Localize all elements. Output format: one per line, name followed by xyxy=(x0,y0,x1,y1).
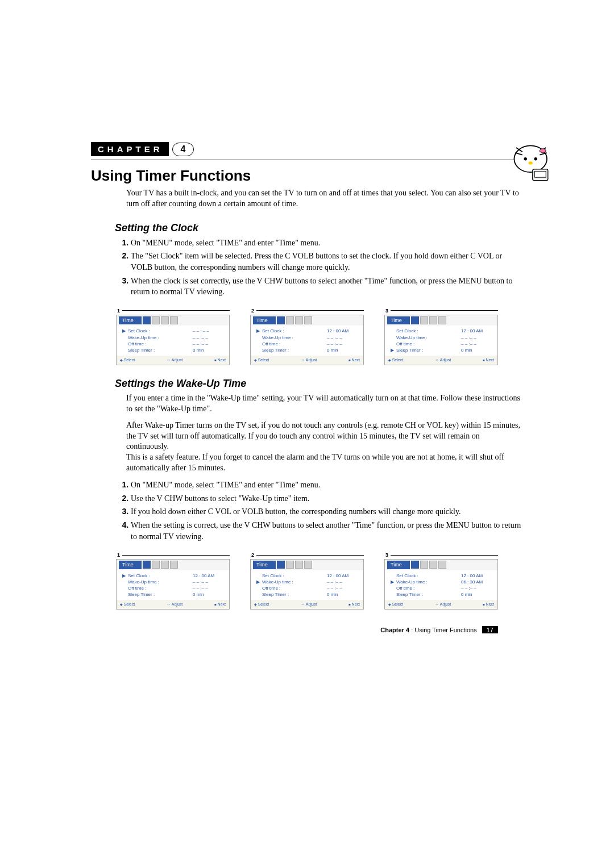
osd-hint: Next xyxy=(214,357,226,363)
section-heading-clock: Setting the Clock xyxy=(115,222,523,234)
osd-hint: Next xyxy=(349,357,360,363)
tab-icon xyxy=(420,561,428,569)
osd-hint: Adjust xyxy=(301,357,317,363)
step: On "MENU" mode, select "TIME" and enter … xyxy=(131,479,523,491)
svg-point-1 xyxy=(524,157,527,160)
step: When the clock is set correctly, use the… xyxy=(131,276,523,298)
section-heading-wake: Settings the Wake-Up Time xyxy=(115,378,523,390)
footer-chapter: Chapter 4 xyxy=(380,627,409,633)
clock-icon xyxy=(411,561,419,569)
svg-rect-6 xyxy=(534,171,546,177)
osd-hint: Select xyxy=(388,357,403,363)
page-footer: Chapter 4 : Using Timer Functions 17 xyxy=(91,627,498,633)
osd-hint: Adjust xyxy=(435,602,451,607)
osd-header: Time xyxy=(385,560,497,570)
osd-panel: 3 Time Set Clock :12 : 00 AM ▶Wake-Up ti… xyxy=(384,552,498,610)
intro-text: Your TV has a built in-clock, and you ca… xyxy=(126,188,523,210)
tab-icon xyxy=(304,561,312,569)
osd-header: Time xyxy=(251,315,363,326)
tab-icon xyxy=(170,561,178,569)
osd-hint: Select xyxy=(254,602,269,607)
wake-p1: If you enter a time in the "Wake-Up time… xyxy=(126,393,523,415)
osd-hint: Select xyxy=(388,602,403,607)
clock-icon xyxy=(277,561,285,569)
tab-icon xyxy=(438,561,446,569)
osd-body: ▶Set Clock :– – : – – Wake-Up time :– – … xyxy=(117,326,229,356)
osd-hint: Adjust xyxy=(167,357,182,363)
osd-hint: Select xyxy=(254,357,269,363)
osd-footer: Select Adjust Next xyxy=(385,600,497,609)
tab-icon xyxy=(420,316,428,324)
tab-icon xyxy=(152,561,160,569)
step: On "MENU" mode, select "TIME" and enter … xyxy=(131,237,523,249)
osd-hint: Adjust xyxy=(435,357,451,363)
osd-hint: Select xyxy=(120,602,135,607)
tab-icon xyxy=(170,316,178,324)
osd-header: Time xyxy=(117,315,229,326)
svg-point-3 xyxy=(529,161,533,164)
steps-wake: On "MENU" mode, select "TIME" and enter … xyxy=(114,479,523,542)
svg-point-4 xyxy=(540,149,546,153)
tab-icon xyxy=(304,316,312,324)
osd-hint: Next xyxy=(349,602,360,607)
footer-title: : Using Timer Functions xyxy=(411,627,477,633)
osd-footer: Select Adjust Next xyxy=(117,356,229,365)
step: The "Set Clock" item will be selected. P… xyxy=(131,251,523,273)
tab-icon xyxy=(429,561,437,569)
tab-icon xyxy=(161,316,169,324)
clock-icon xyxy=(411,316,419,324)
page-number: 17 xyxy=(482,626,498,633)
tab-icon xyxy=(152,316,160,324)
osd-body: ▶Set Clock :12 : 00 AM Wake-Up time :– –… xyxy=(117,570,229,600)
osd-row-wake: 1 Time ▶Set Clock :12 : 00 AM Wake-Up ti… xyxy=(116,552,498,610)
tab-icon xyxy=(286,316,294,324)
osd-header: Time xyxy=(251,560,363,570)
osd-panel: 1 Time ▶Set Clock :– – : – – Wake-Up tim… xyxy=(116,308,230,365)
chapter-label: CHAPTER xyxy=(91,142,169,156)
osd-header: Time xyxy=(385,315,497,326)
osd-row-clock: 1 Time ▶Set Clock :– – : – – Wake-Up tim… xyxy=(116,308,498,365)
osd-hint: Next xyxy=(483,357,494,363)
page-title: Using Timer Functions xyxy=(91,167,523,185)
divider xyxy=(91,160,523,160)
osd-panel: 2 Time ▶Set Clock :12 : 00 AM Wake-Up ti… xyxy=(250,308,364,365)
osd-footer: Select Adjust Next xyxy=(251,356,363,365)
osd-body: Set Clock :12 : 00 AM ▶Wake-Up time :– –… xyxy=(251,570,363,600)
tab-icon xyxy=(161,561,169,569)
steps-clock: On "MENU" mode, select "TIME" and enter … xyxy=(114,237,523,298)
osd-hint: Next xyxy=(483,602,494,607)
manual-page: CHAPTER 4 Using Timer Functions Your TV … xyxy=(91,142,523,633)
wake-p3: This is a safety feature. If you forget … xyxy=(126,452,523,474)
osd-panel: 3 Time Set Clock :12 : 00 AM Wake-Up tim… xyxy=(384,308,498,365)
clock-icon xyxy=(143,561,151,569)
tab-icon xyxy=(429,316,437,324)
osd-title: Time xyxy=(387,561,410,569)
osd-body: ▶Set Clock :12 : 00 AM Wake-Up time :– –… xyxy=(251,326,363,356)
svg-point-2 xyxy=(534,157,537,160)
osd-title: Time xyxy=(387,316,410,325)
osd-body: Set Clock :12 : 00 AM Wake-Up time :– – … xyxy=(385,326,497,356)
osd-title: Time xyxy=(253,561,276,569)
osd-title: Time xyxy=(119,561,142,569)
tab-icon xyxy=(286,561,294,569)
step: Use the V CHW buttons to select "Wake-Up… xyxy=(131,493,523,504)
wake-p2: After Wake-up Timer turns on the TV set,… xyxy=(126,420,523,453)
osd-title: Time xyxy=(119,316,142,325)
tab-icon xyxy=(438,316,446,324)
chapter-badge: CHAPTER 4 xyxy=(91,142,523,156)
osd-hint: Adjust xyxy=(167,602,182,607)
tab-icon xyxy=(295,561,303,569)
osd-title: Time xyxy=(253,316,276,325)
osd-footer: Select Adjust Next xyxy=(117,600,229,609)
clock-icon xyxy=(277,316,285,324)
step: If you hold down either C VOL or VOLB bu… xyxy=(131,506,523,518)
clock-icon xyxy=(143,316,151,324)
osd-hint: Adjust xyxy=(301,602,317,607)
osd-footer: Select Adjust Next xyxy=(385,356,497,365)
tab-icon xyxy=(295,316,303,324)
osd-footer: Select Adjust Next xyxy=(251,600,363,609)
osd-hint: Next xyxy=(214,602,226,607)
step: When the setting is correct, use the V C… xyxy=(131,520,523,542)
osd-panel: 2 Time Set Clock :12 : 00 AM ▶Wake-Up ti… xyxy=(250,552,364,610)
osd-hint: Select xyxy=(120,357,135,363)
